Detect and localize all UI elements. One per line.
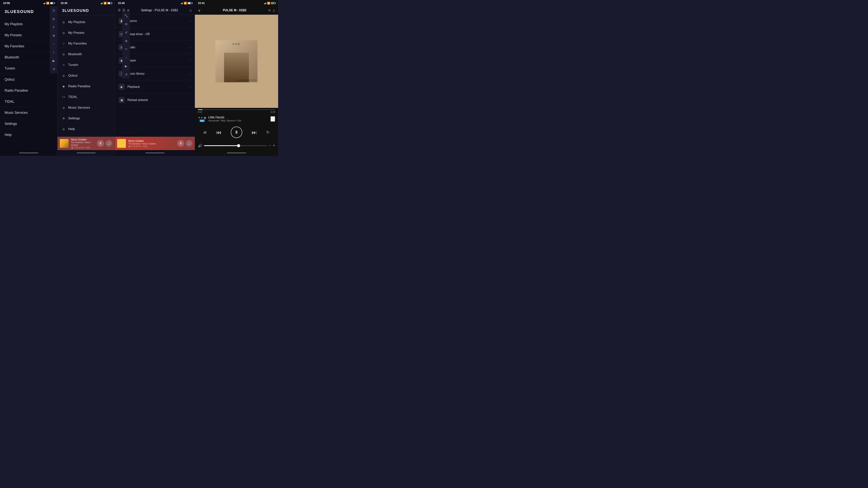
progress-times: 0:12 -3:29 (198, 111, 275, 113)
battery-icon-panel4 (271, 2, 275, 4)
sidebar-icon-music[interactable]: ♪ (50, 48, 58, 57)
settings-sidebar-icon-play2[interactable]: ▶ (122, 62, 130, 70)
np-title-panel2: Neon Golden (71, 138, 95, 141)
volume-minus-button[interactable]: − (269, 143, 271, 148)
status-icons-panel2: 📶 (101, 2, 112, 5)
next-button[interactable]: ⏭ (252, 129, 257, 135)
sidebar-icon-circle[interactable]: ◎ (50, 14, 58, 23)
queue-button[interactable]: ≡ (268, 8, 271, 12)
signal-icon-panel3 (181, 2, 183, 4)
home-button-panel4[interactable]: ⌂ (273, 8, 275, 12)
qobuz-icon: ◎ (61, 73, 66, 78)
settings-sidebar-icon-wave2[interactable]: 〜 (122, 45, 130, 54)
volume-plus-button[interactable]: + (273, 143, 275, 148)
now-playing-bar-panel3[interactable]: Neon Golden The Notwist • Neon Golden 🏠 … (115, 137, 195, 150)
pause-button[interactable]: ⏸ (231, 127, 242, 138)
music-library-chevron: › (190, 72, 191, 75)
p2-nav-tunein[interactable]: ≡≡ TuneIn (58, 60, 115, 70)
settings-menu-button[interactable]: ☰ (118, 8, 121, 12)
sidebar-icon-add[interactable]: ⊕ (50, 31, 58, 40)
nav-item-music-services[interactable]: Music Services (0, 107, 57, 118)
nav-item-favorites[interactable]: My Favorites (0, 41, 57, 52)
p2-nav-tidal[interactable]: ✦✦ TIDAL (58, 92, 115, 102)
p2-nav-qobuz[interactable]: ◎ Qobuz (58, 70, 115, 81)
sidebar-icon-wave[interactable]: ~ (50, 40, 58, 48)
p2-nav-settings-label: Settings (68, 117, 80, 120)
main-nav-list: My Playlists My Presets My Favorites Blu… (0, 17, 57, 150)
p2-nav-presets[interactable]: ◎ My Presets (58, 28, 115, 38)
status-bar-panel1: 10:56 📶 (0, 0, 57, 6)
progress-bar-container[interactable] (198, 109, 275, 110)
sidebar-icon-clock[interactable]: ◷ (50, 6, 58, 14)
p2-nav-radio-paradise[interactable]: ◉ Radio Paradise (58, 81, 115, 92)
nav-item-settings[interactable]: Settings (0, 118, 57, 129)
p2-nav-qobuz-label: Qobuz (68, 74, 78, 77)
album-art-container: OAR ALEXANDER SPENCE (195, 15, 278, 108)
prev-button[interactable]: ⏮ (216, 129, 221, 135)
nav-item-radio-paradise[interactable]: Radio Paradise (0, 85, 57, 96)
settings-sidebar-icon-refresh[interactable]: ↺ (122, 28, 130, 37)
track-artist: Alexander 'Skip' Spence • Oar (208, 119, 271, 122)
track-info: ✦✦ ◉ MQA Little Hands Alexander 'Skip' S… (195, 114, 278, 124)
sidebar-icon-play[interactable]: ▶ (50, 57, 58, 65)
settings-sidebar-icon-wrench[interactable]: 🔧 (122, 11, 130, 20)
p2-nav-favorites-label: My Favorites (68, 42, 87, 45)
np-controls-panel3: ⏸ 🔊 (177, 140, 192, 147)
nav-item-tunein[interactable]: TuneIn (0, 63, 57, 74)
nav-item-help[interactable]: Help (0, 129, 57, 140)
nav-item-presets[interactable]: My Presets (0, 30, 57, 41)
alarms-chevron: › (190, 20, 191, 23)
p2-nav-bluetooth[interactable]: ◎ Bluetooth (58, 49, 115, 60)
wifi-icon-panel2: 📶 (103, 2, 106, 5)
bluetooth-icon: ◎ (61, 52, 66, 57)
settings-sidebar-icon-envelope[interactable]: ✉ (122, 20, 130, 28)
sidebar-icon-menu[interactable]: ≡ (50, 23, 58, 31)
playback-label: Playback (127, 85, 190, 89)
volume-slider[interactable] (204, 145, 267, 146)
settings-sidebar-icon-undo[interactable]: ↺ (122, 70, 130, 79)
mqa-badge: MQA (199, 120, 205, 122)
np-volume-button-panel2[interactable]: 🔊 (105, 140, 112, 147)
np-artwork-panel2 (60, 139, 69, 148)
np-pause-button-panel2[interactable]: ⏸ (97, 140, 104, 147)
p2-nav-favorites[interactable]: ☆ My Favorites (58, 38, 115, 49)
collapse-button[interactable]: ∨ (198, 8, 201, 12)
track-menu-button[interactable]: ⋮ (271, 116, 275, 122)
p2-nav-radio-paradise-label: Radio Paradise (68, 85, 90, 88)
settings-sidebar-icon-plus[interactable]: ⊕ (122, 37, 130, 45)
nav-item-playlists[interactable]: My Playlists (0, 19, 57, 30)
playback-icons: ✦✦ ◉ (198, 116, 206, 120)
album-art: OAR ALEXANDER SPENCE (215, 40, 257, 82)
now-playing-header: ∨ PULSE M - 01B2 ≡ ⌂ (195, 6, 278, 15)
repeat-button[interactable]: ↻ (266, 130, 270, 135)
p2-nav-help[interactable]: ◎ Help (58, 124, 115, 134)
p2-nav-settings[interactable]: ⚙ Settings (58, 113, 115, 124)
settings-item-playback[interactable]: ▶ Playback › (115, 80, 195, 94)
settings-item-reload-artwork[interactable]: ▣ Reload artwork (115, 94, 195, 107)
progress-remaining: -3:29 (270, 111, 275, 113)
nav-item-qobuz[interactable]: Qobuz (0, 74, 57, 85)
settings-sidebar-icon-music2[interactable]: ♪ (122, 54, 130, 62)
nav-item-tidal[interactable]: TIDAL (0, 96, 57, 107)
settings-home-button[interactable]: ⌂ (189, 8, 192, 12)
np-volume-button-panel3[interactable]: 🔊 (186, 140, 192, 147)
np-pause-button-panel3[interactable]: ⏸ (177, 140, 184, 147)
playback-chevron: › (190, 85, 191, 88)
wifi-icon-panel4: 📶 (267, 2, 270, 5)
panel-settings: 15:40 📶 ☰ ☰ ⚙ Settings - PULSE M - 01B2 … (115, 0, 195, 156)
p2-nav-playlists[interactable]: ◎ My Playlists (58, 17, 115, 28)
nav-item-bluetooth[interactable]: Bluetooth (0, 52, 57, 63)
battery-icon-panel1 (50, 2, 54, 4)
panel2-nav-list: ◎ My Playlists ◎ My Presets ☆ My Favorit… (58, 15, 115, 137)
shuffle-button[interactable]: ⇄ (204, 130, 207, 135)
wifi-icon-panel3: 📶 (184, 2, 187, 5)
np-artwork-panel3 (117, 139, 126, 148)
p2-nav-music-services[interactable]: ◎ Music Services (58, 102, 115, 113)
now-playing-bar-panel2[interactable]: Neon Golden The Notwist • Neon Golden 🏠 … (58, 137, 115, 150)
home-indicator-panel2 (58, 150, 115, 156)
status-bar-panel4: 15:41 📶 (195, 0, 278, 6)
audio-label: Audio (127, 45, 190, 49)
album-artist-name: ALEXANDER SPENCE (235, 79, 256, 81)
progress-bar-fill (198, 109, 203, 110)
sidebar-icon-refresh[interactable]: ↺ (50, 65, 58, 73)
